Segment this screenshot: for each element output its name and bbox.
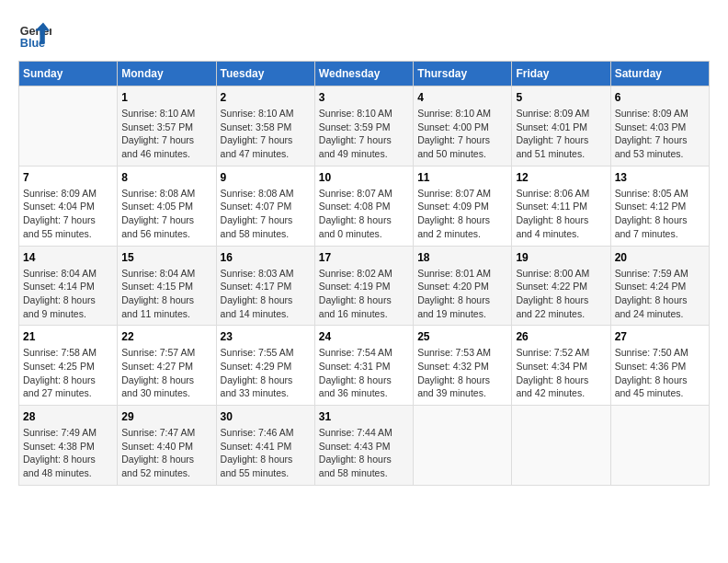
day-cell: 15Sunrise: 8:04 AMSunset: 4:15 PMDayligh…: [118, 246, 216, 326]
day-cell: 28Sunrise: 7:49 AMSunset: 4:38 PMDayligh…: [19, 406, 118, 486]
day-info: Sunrise: 8:08 AMSunset: 4:07 PMDaylight:…: [221, 187, 311, 241]
logo-icon: General Blue: [18, 18, 51, 52]
day-cell: 26Sunrise: 7:52 AMSunset: 4:34 PMDayligh…: [512, 326, 610, 406]
day-info: Sunrise: 7:47 AMSunset: 4:40 PMDaylight:…: [121, 426, 211, 480]
header: General Blue: [18, 18, 710, 52]
day-number: 15: [121, 251, 211, 264]
day-info: Sunrise: 7:52 AMSunset: 4:34 PMDaylight:…: [516, 346, 606, 400]
day-cell: 12Sunrise: 8:06 AMSunset: 4:11 PMDayligh…: [512, 166, 610, 246]
day-info: Sunrise: 8:07 AMSunset: 4:09 PMDaylight:…: [417, 187, 507, 241]
day-info: Sunrise: 8:10 AMSunset: 3:59 PMDaylight:…: [319, 107, 409, 161]
day-cell: 10Sunrise: 8:07 AMSunset: 4:08 PMDayligh…: [314, 166, 413, 246]
day-info: Sunrise: 7:54 AMSunset: 4:31 PMDaylight:…: [319, 346, 409, 400]
day-cell: 4Sunrise: 8:10 AMSunset: 4:00 PMDaylight…: [414, 86, 512, 167]
day-cell: 18Sunrise: 8:01 AMSunset: 4:20 PMDayligh…: [414, 246, 512, 326]
week-row-2: 7Sunrise: 8:09 AMSunset: 4:04 PMDaylight…: [19, 166, 710, 246]
day-info: Sunrise: 7:59 AMSunset: 4:24 PMDaylight:…: [615, 267, 705, 321]
day-info: Sunrise: 8:10 AMSunset: 3:58 PMDaylight:…: [221, 107, 311, 161]
day-cell: 14Sunrise: 8:04 AMSunset: 4:14 PMDayligh…: [19, 246, 118, 326]
day-number: 22: [121, 330, 211, 343]
day-info: Sunrise: 8:04 AMSunset: 4:15 PMDaylight:…: [121, 267, 211, 321]
day-cell: 3Sunrise: 8:10 AMSunset: 3:59 PMDaylight…: [314, 86, 413, 167]
week-row-5: 28Sunrise: 7:49 AMSunset: 4:38 PMDayligh…: [19, 406, 710, 486]
day-number: 1: [121, 91, 211, 104]
day-cell: 22Sunrise: 7:57 AMSunset: 4:27 PMDayligh…: [118, 326, 216, 406]
day-number: 28: [23, 410, 113, 423]
day-number: 25: [417, 330, 507, 343]
day-cell: 2Sunrise: 8:10 AMSunset: 3:58 PMDaylight…: [216, 86, 314, 167]
day-cell: 17Sunrise: 8:02 AMSunset: 4:19 PMDayligh…: [314, 246, 413, 326]
day-info: Sunrise: 8:05 AMSunset: 4:12 PMDaylight:…: [615, 187, 705, 241]
weekday-header-monday: Monday: [118, 62, 216, 86]
day-info: Sunrise: 8:03 AMSunset: 4:17 PMDaylight:…: [221, 267, 311, 321]
day-cell: 29Sunrise: 7:47 AMSunset: 4:40 PMDayligh…: [118, 406, 216, 486]
day-info: Sunrise: 7:46 AMSunset: 4:41 PMDaylight:…: [221, 426, 311, 480]
day-info: Sunrise: 8:09 AMSunset: 4:03 PMDaylight:…: [615, 107, 705, 161]
weekday-header-sunday: Sunday: [19, 62, 118, 86]
day-info: Sunrise: 7:58 AMSunset: 4:25 PMDaylight:…: [23, 346, 113, 400]
weekday-header-friday: Friday: [512, 62, 610, 86]
day-info: Sunrise: 7:49 AMSunset: 4:38 PMDaylight:…: [23, 426, 113, 480]
calendar-table: SundayMondayTuesdayWednesdayThursdayFrid…: [18, 61, 710, 486]
day-cell: 11Sunrise: 8:07 AMSunset: 4:09 PMDayligh…: [414, 166, 512, 246]
day-info: Sunrise: 8:10 AMSunset: 3:57 PMDaylight:…: [121, 107, 211, 161]
day-info: Sunrise: 8:02 AMSunset: 4:19 PMDaylight:…: [319, 267, 409, 321]
day-number: 26: [516, 330, 606, 343]
day-number: 4: [417, 91, 507, 104]
day-cell: 7Sunrise: 8:09 AMSunset: 4:04 PMDaylight…: [19, 166, 118, 246]
day-info: Sunrise: 7:50 AMSunset: 4:36 PMDaylight:…: [615, 346, 705, 400]
day-info: Sunrise: 8:07 AMSunset: 4:08 PMDaylight:…: [319, 187, 409, 241]
day-cell: [414, 406, 512, 486]
day-info: Sunrise: 7:44 AMSunset: 4:43 PMDaylight:…: [319, 426, 409, 480]
day-info: Sunrise: 8:10 AMSunset: 4:00 PMDaylight:…: [417, 107, 507, 161]
day-number: 6: [615, 91, 705, 104]
weekday-header-saturday: Saturday: [610, 62, 709, 86]
day-number: 19: [516, 251, 606, 264]
day-number: 24: [319, 330, 409, 343]
day-info: Sunrise: 8:01 AMSunset: 4:20 PMDaylight:…: [417, 267, 507, 321]
day-cell: 21Sunrise: 7:58 AMSunset: 4:25 PMDayligh…: [19, 326, 118, 406]
day-cell: 23Sunrise: 7:55 AMSunset: 4:29 PMDayligh…: [216, 326, 314, 406]
day-cell: 24Sunrise: 7:54 AMSunset: 4:31 PMDayligh…: [314, 326, 413, 406]
day-number: 21: [23, 330, 113, 343]
day-cell: 31Sunrise: 7:44 AMSunset: 4:43 PMDayligh…: [314, 406, 413, 486]
day-info: Sunrise: 8:09 AMSunset: 4:04 PMDaylight:…: [23, 187, 113, 241]
day-number: 2: [221, 91, 311, 104]
day-number: 5: [516, 91, 606, 104]
day-info: Sunrise: 8:08 AMSunset: 4:05 PMDaylight:…: [121, 187, 211, 241]
day-cell: 16Sunrise: 8:03 AMSunset: 4:17 PMDayligh…: [216, 246, 314, 326]
day-number: 14: [23, 251, 113, 264]
day-number: 23: [221, 330, 311, 343]
week-row-3: 14Sunrise: 8:04 AMSunset: 4:14 PMDayligh…: [19, 246, 710, 326]
day-cell: 5Sunrise: 8:09 AMSunset: 4:01 PMDaylight…: [512, 86, 610, 167]
day-info: Sunrise: 8:04 AMSunset: 4:14 PMDaylight:…: [23, 267, 113, 321]
day-cell: 8Sunrise: 8:08 AMSunset: 4:05 PMDaylight…: [118, 166, 216, 246]
weekday-header-row: SundayMondayTuesdayWednesdayThursdayFrid…: [19, 62, 710, 86]
day-cell: 25Sunrise: 7:53 AMSunset: 4:32 PMDayligh…: [414, 326, 512, 406]
day-cell: [19, 86, 118, 167]
weekday-header-tuesday: Tuesday: [216, 62, 314, 86]
day-info: Sunrise: 7:53 AMSunset: 4:32 PMDaylight:…: [417, 346, 507, 400]
day-number: 13: [615, 171, 705, 184]
day-info: Sunrise: 8:09 AMSunset: 4:01 PMDaylight:…: [516, 107, 606, 161]
day-info: Sunrise: 7:57 AMSunset: 4:27 PMDaylight:…: [121, 346, 211, 400]
week-row-1: 1Sunrise: 8:10 AMSunset: 3:57 PMDaylight…: [19, 86, 710, 167]
day-cell: 6Sunrise: 8:09 AMSunset: 4:03 PMDaylight…: [610, 86, 709, 167]
calendar-container: General Blue SundayMondayTuesdayWednesda…: [0, 0, 728, 495]
day-number: 31: [319, 410, 409, 423]
day-number: 7: [23, 171, 113, 184]
logo: General Blue: [18, 18, 51, 52]
day-number: 8: [121, 171, 211, 184]
day-number: 3: [319, 91, 409, 104]
day-cell: 27Sunrise: 7:50 AMSunset: 4:36 PMDayligh…: [610, 326, 709, 406]
day-number: 11: [417, 171, 507, 184]
day-number: 30: [221, 410, 311, 423]
day-info: Sunrise: 8:00 AMSunset: 4:22 PMDaylight:…: [516, 267, 606, 321]
day-cell: [610, 406, 709, 486]
day-info: Sunrise: 7:55 AMSunset: 4:29 PMDaylight:…: [221, 346, 311, 400]
day-cell: 20Sunrise: 7:59 AMSunset: 4:24 PMDayligh…: [610, 246, 709, 326]
day-number: 10: [319, 171, 409, 184]
day-cell: 13Sunrise: 8:05 AMSunset: 4:12 PMDayligh…: [610, 166, 709, 246]
weekday-header-thursday: Thursday: [414, 62, 512, 86]
day-number: 29: [121, 410, 211, 423]
